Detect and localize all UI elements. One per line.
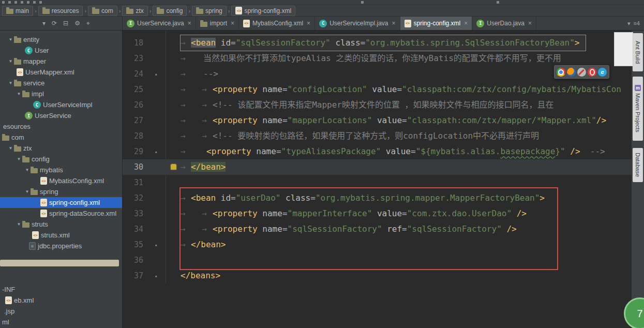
close-icon[interactable]: ×	[464, 20, 468, 27]
code-text[interactable]: →</bean>	[181, 237, 632, 252]
tree-item[interactable]: ▼config	[0, 154, 122, 165]
tree-item[interactable]: ▼impl	[0, 88, 122, 99]
code-text[interactable]: → →<property name="sqlSessionFactory" re…	[181, 221, 632, 237]
tree-item[interactable]: UserMapper.xml	[0, 67, 122, 78]
collapse-all-icon[interactable]: ⊟	[63, 20, 68, 27]
fold-marker-icon[interactable]: ▴	[155, 67, 157, 81]
breadcrumb-item[interactable]: ztx	[122, 6, 147, 16]
editor-tab[interactable]: MybatisConfig.xml×	[239, 17, 315, 30]
tree-item[interactable]: ▼struts	[0, 219, 122, 230]
tool-window-button-database[interactable]: Database	[633, 148, 643, 182]
breadcrumb-item[interactable]: spring-config.xml	[231, 6, 295, 16]
scroll-to-source-icon[interactable]: ⌖	[86, 20, 90, 27]
code-text[interactable]: → →<property name="mapperInterface" valu…	[181, 206, 632, 221]
ie-browser-icon[interactable]	[598, 68, 607, 77]
editor-tab[interactable]: UserServiceImpl.java×	[315, 17, 400, 30]
tree-item[interactable]: UserService	[0, 110, 122, 121]
code-text[interactable]: → →<property name="configLocation" value…	[181, 82, 632, 97]
close-icon[interactable]: ×	[392, 20, 396, 27]
editor-line[interactable]: 18→<bean id="sqlSessionFactory" class="o…	[123, 35, 632, 51]
firefox-browser-icon[interactable]	[567, 68, 576, 77]
editor-line[interactable]: 26→ →<!-- 该配置文件用来指定Mapper映射文件的位置 ，如果映射文件…	[123, 97, 632, 113]
chevron-expanded-icon[interactable]: ▼	[16, 222, 22, 227]
editor-line[interactable]: 36	[123, 252, 632, 268]
tree-item[interactable]: eb.xml	[0, 295, 122, 306]
editor-line[interactable]: 29▴→<property name="typeAliasesPackage" …	[123, 144, 632, 159]
editor-line[interactable]: 31	[123, 175, 632, 190]
tree-item[interactable]: spring-config.xml	[0, 197, 122, 208]
view-selector-chevron-icon[interactable]: ▾	[42, 20, 46, 27]
tree-item[interactable]: -INF	[0, 284, 122, 295]
editor-line[interactable]: 32→<bean id="userDao" class="org.mybatis…	[123, 190, 632, 206]
close-icon[interactable]: ×	[528, 20, 532, 27]
editor-line[interactable]: 27→ →<property name="mapperLocations" va…	[123, 113, 632, 128]
code-text[interactable]: → →<!-- 该配置文件用来指定Mapper映射文件的位置 ，如果映射文件与相…	[181, 97, 632, 113]
opera-browser-icon[interactable]	[588, 68, 596, 77]
code-text[interactable]	[181, 252, 632, 268]
code-text[interactable]: → →<!-- 要映射类的包路径，如果使用了这种方式，则configLocati…	[181, 128, 632, 144]
editor-line[interactable]: 33→ →<property name="mapperInterface" va…	[123, 206, 632, 221]
tree-scrollbar-thumb[interactable]	[0, 260, 119, 266]
fold-marker-icon[interactable]: ▴	[155, 145, 157, 158]
editor-line[interactable]: 30→</bean>	[123, 159, 632, 175]
chevron-expanded-icon[interactable]: ▼	[24, 189, 31, 194]
editor-line[interactable]: 35▴→</bean>	[123, 237, 632, 252]
fold-marker-icon[interactable]: ▴	[155, 238, 157, 251]
close-icon[interactable]: ×	[307, 20, 310, 27]
gray-browser-icon[interactable]	[577, 68, 586, 77]
settings-gear-icon[interactable]: ⚙	[74, 20, 80, 27]
chevron-expanded-icon[interactable]: ▼	[16, 92, 22, 96]
breadcrumb-item[interactable]: com	[88, 6, 117, 16]
tree-item[interactable]: User	[0, 45, 122, 56]
tree-item[interactable]: esources	[0, 121, 122, 132]
breadcrumb-item[interactable]: main	[2, 6, 33, 16]
tree-item[interactable]: ml	[0, 317, 122, 327]
tree-item[interactable]: struts.xml	[0, 230, 122, 241]
code-text[interactable]: →<bean id="sqlSessionFactory" class="org…	[181, 35, 586, 51]
tree-item[interactable]: ▼spring	[0, 186, 122, 197]
tree-item[interactable]: .jsp	[0, 306, 122, 317]
chevron-expanded-icon[interactable]: ▼	[16, 157, 22, 161]
tree-item[interactable]: ▼entity	[0, 34, 122, 45]
editor-tab[interactable]: import×	[196, 17, 239, 30]
editor-tab[interactable]: UserDao.java×	[472, 17, 536, 30]
editor-line[interactable]: 37▴</beans>	[123, 268, 632, 284]
tree-item[interactable]: spring-dataSource.xml	[0, 208, 122, 219]
tree-item[interactable]: ▼mapper	[0, 56, 122, 67]
code-text[interactable]: </beans>	[181, 268, 632, 284]
intention-bulb-icon[interactable]	[171, 164, 176, 170]
chevron-expanded-icon[interactable]: ▼	[7, 37, 14, 42]
tree-item[interactable]: UserServiceImpl	[0, 99, 122, 110]
breadcrumb-item[interactable]: spring	[192, 6, 227, 16]
tree-item[interactable]: ▼mybatis	[0, 165, 122, 175]
chrome-browser-icon[interactable]	[557, 68, 565, 77]
editor-tab[interactable]: spring-config.xml×	[400, 17, 473, 30]
editor-line[interactable]: 23→当然如果你不打算添加typeAlias 之类的设置的话，你连MyBatis…	[123, 51, 632, 66]
chevron-expanded-icon[interactable]: ▼	[7, 146, 14, 151]
fold-marker-icon[interactable]: ▴	[155, 269, 157, 282]
code-text[interactable]	[181, 175, 632, 190]
code-text[interactable]: → →<property name="mapperLocations" valu…	[181, 113, 632, 128]
close-icon[interactable]: ×	[231, 20, 234, 27]
tree-item[interactable]: ▼service	[0, 78, 122, 88]
editor-tab[interactable]: UserService.java×	[123, 17, 196, 30]
code-text[interactable]: →</bean>	[181, 159, 632, 175]
sync-icon[interactable]: ⟳	[52, 20, 57, 27]
close-icon[interactable]: ×	[188, 20, 191, 27]
chevron-expanded-icon[interactable]: ▼	[7, 81, 14, 85]
tool-window-button-maven-projects[interactable]: Maven Projects	[633, 77, 643, 141]
editor-line[interactable]: 25→ →<property name="configLocation" val…	[123, 82, 632, 97]
tree-item[interactable]: ▼ztx	[0, 143, 122, 154]
breadcrumb-item[interactable]: config	[153, 6, 187, 16]
chevron-expanded-icon[interactable]: ▼	[24, 168, 31, 172]
tabs-dropdown-icon[interactable]: ▾	[627, 20, 631, 27]
chevron-expanded-icon[interactable]: ▼	[7, 59, 14, 64]
tree-item[interactable]: com	[0, 132, 122, 143]
tool-window-button-ant-build[interactable]: Ant Build	[633, 33, 643, 71]
hidden-tabs-count-icon[interactable]: ≡4	[633, 20, 640, 26]
editor-line[interactable]: 34→ →<property name="sqlSessionFactory" …	[123, 221, 632, 237]
code-text[interactable]: →当然如果你不打算添加typeAlias 之类的设置的话，你连MyBatis的配…	[181, 51, 632, 66]
tree-item[interactable]: MybatisConfig.xml	[0, 175, 122, 186]
tree-item[interactable]: jdbc.properties	[0, 241, 122, 251]
editor-line[interactable]: 28→ →<!-- 要映射类的包路径，如果使用了这种方式，则configLoca…	[123, 128, 632, 144]
